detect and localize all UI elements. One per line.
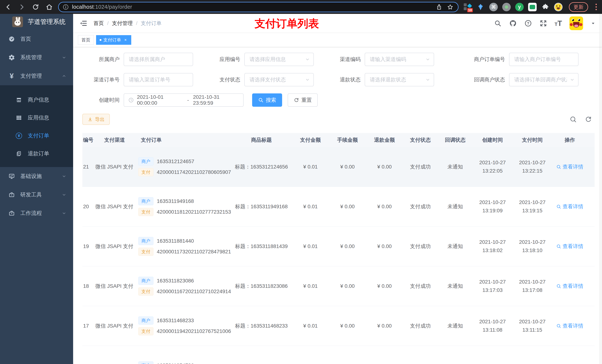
logo-image: [12, 16, 23, 27]
table-refresh-icon[interactable]: [584, 115, 592, 123]
date-end: 2021-10-31 23:59:59: [193, 94, 239, 106]
extension-dot-icon[interactable]: [502, 3, 511, 11]
sidebar-item-dev-tools[interactable]: 研发工具: [0, 186, 73, 204]
table-header: 编号 支付渠道 支付订单 商品标题 支付金额 手续金额 退款金额 支付状态 回调…: [82, 133, 595, 147]
browser-home-button[interactable]: [45, 3, 53, 11]
browser-menu-icon[interactable]: [595, 4, 597, 10]
sidebar-item-pay-order[interactable]: ¥ 支付订单: [0, 127, 73, 145]
view-detail-link[interactable]: 查看详情: [556, 283, 583, 290]
header-search-icon[interactable]: [494, 20, 502, 27]
view-detail-link[interactable]: 查看详情: [556, 163, 583, 170]
date-start: 2021-10-01 00:00:00: [137, 94, 183, 106]
view-detail-link[interactable]: 查看详情: [556, 322, 583, 329]
export-button[interactable]: 导出: [82, 114, 110, 125]
chevron-down-icon: [62, 174, 66, 179]
page-scrollbar[interactable]: [599, 14, 602, 364]
extension-chat-icon[interactable]: [528, 3, 537, 11]
shop-icon: [16, 97, 22, 103]
extension-tabs-icon[interactable]: 10: [463, 3, 472, 11]
reset-button[interactable]: 重置: [288, 94, 318, 107]
chevron-up-icon: [62, 74, 66, 78]
merchant-order-no-input[interactable]: [509, 53, 579, 66]
table-row[interactable]: 19 微信 JSAPI 支付 商户1635311881440 支付4200001…: [82, 227, 595, 266]
page-content: 所属商户 应用编号 渠道编码 商户订单编号 渠道订单号 支付状态 退款状态 回调…: [73, 47, 602, 364]
channel-pay-no: 4200001167202110271022491439: [157, 289, 231, 294]
cell-pay-order: 商户1635311468233 支付4200001194202110276752…: [136, 314, 231, 338]
filter-form: 所属商户 应用编号 渠道编码 商户订单编号 渠道订单号 支付状态 退款状态 回调…: [82, 53, 595, 94]
fullscreen-icon[interactable]: [539, 20, 547, 27]
view-detail-link[interactable]: 查看详情: [556, 203, 583, 210]
tab-home[interactable]: 首页: [78, 35, 94, 45]
table-row-partial[interactable]: 商户1635311954796: [82, 346, 595, 364]
breadcrumb-home[interactable]: 首页: [94, 20, 104, 27]
chevron-down-icon: [62, 55, 66, 60]
share-icon[interactable]: [435, 3, 443, 11]
tab-close-icon[interactable]: [123, 38, 128, 42]
site-info-icon[interactable]: [62, 4, 69, 10]
pay-submenu: 商户信息 应用信息 ¥ 支付订单 退款订单: [0, 85, 73, 167]
sidebar-item-home[interactable]: 首页: [0, 30, 73, 48]
merchant-select[interactable]: [124, 53, 193, 66]
browser-reload-button[interactable]: [32, 3, 40, 11]
gear-icon: [8, 54, 15, 61]
github-icon[interactable]: [509, 20, 517, 27]
sidebar: 芋道管理系统 首页 系统管理 ¥ 支付管理 商户信息 应用信息: [0, 14, 73, 364]
cell-pay-order: 商户1635311954796: [136, 346, 231, 364]
sidebar-item-pay[interactable]: ¥ 支付管理: [0, 67, 73, 85]
document-icon: [16, 151, 22, 157]
monitor-icon: [8, 173, 15, 180]
app-id-select[interactable]: [244, 53, 314, 66]
channel-order-no-input[interactable]: [124, 73, 193, 86]
clock-icon: [128, 97, 134, 103]
view-detail-link[interactable]: 查看详情: [556, 243, 583, 250]
cell-create-time: 2021-10-2713:18:02: [473, 238, 512, 255]
browser-back-button[interactable]: [4, 3, 12, 11]
breadcrumb-pay[interactable]: 支付管理: [112, 20, 133, 27]
sidebar-item-workflow[interactable]: 工作流程: [0, 204, 73, 222]
search-button[interactable]: 搜索: [252, 94, 282, 107]
sidebar-item-app-info[interactable]: 应用信息: [0, 109, 73, 127]
pay-tag: 支付: [138, 287, 153, 296]
address-bar[interactable]: localhost:1024/pay/order: [58, 2, 459, 12]
extensions-puzzle-icon[interactable]: [541, 3, 550, 11]
cell-pay-time: 2021-10-2713:17:08: [512, 278, 552, 294]
extension-badge: 10: [467, 8, 473, 13]
sidebar-item-refund-order[interactable]: 退款订单: [0, 145, 73, 163]
briefcase-icon: [8, 210, 15, 217]
yen-circle-icon: ¥: [16, 133, 22, 139]
extension-y-icon[interactable]: y: [515, 3, 524, 11]
help-icon[interactable]: ?: [524, 20, 532, 27]
sidebar-item-infrastructure[interactable]: 基础设施: [0, 167, 73, 186]
cell-pay-time: 2021-10-2713:11:15: [512, 318, 552, 334]
extension-gem-icon[interactable]: [476, 3, 485, 11]
table-row[interactable]: 21 微信 JSAPI 支付 商户1635312124657 支付4200001…: [82, 147, 595, 187]
toolbox-icon: [8, 191, 15, 198]
channel-code-select[interactable]: [365, 53, 434, 66]
browser-forward-button[interactable]: [18, 3, 26, 11]
table-row[interactable]: 17 微信 JSAPI 支付 商户1635311468233 支付4200001…: [82, 306, 595, 346]
table-row[interactable]: 20 微信 JSAPI 支付 商户1635311949168 支付4200001…: [82, 187, 595, 227]
sidebar-item-merchant-info[interactable]: 商户信息: [0, 91, 73, 109]
pay-status-select[interactable]: [244, 73, 314, 86]
merchant-order-no: 1635311954796: [157, 363, 194, 364]
notify-status-select[interactable]: [509, 73, 579, 86]
avatar-caret-icon[interactable]: [591, 21, 596, 26]
bookmark-star-icon[interactable]: [446, 3, 454, 11]
tab-pay-order[interactable]: 支付订单: [96, 35, 131, 45]
font-size-icon[interactable]: TT: [555, 19, 562, 28]
browser-update-button[interactable]: 更新: [569, 2, 588, 12]
pay-tag: 支付: [138, 327, 153, 335]
extension-command-icon[interactable]: ⌘: [489, 3, 498, 11]
user-avatar[interactable]: [570, 16, 583, 30]
sidebar-fold-icon[interactable]: [79, 20, 87, 27]
refund-status-select[interactable]: [365, 73, 434, 86]
profile-avatar[interactable]: [554, 3, 563, 11]
breadcrumb-current: 支付订单: [141, 20, 161, 27]
table-search-toggle-icon[interactable]: [569, 115, 577, 123]
sidebar-item-system[interactable]: 系统管理: [0, 48, 73, 67]
yen-icon: ¥: [8, 73, 15, 80]
chevron-down-icon: [62, 192, 66, 197]
cell-create-time: 2021-10-2713:22:05: [473, 158, 512, 175]
create-time-range-picker[interactable]: 2021-10-01 00:00:00 - 2021-10-31 23:59:5…: [124, 94, 244, 107]
table-row[interactable]: 18 微信 JSAPI 支付 商户1635311823086 支付4200001…: [82, 266, 595, 306]
